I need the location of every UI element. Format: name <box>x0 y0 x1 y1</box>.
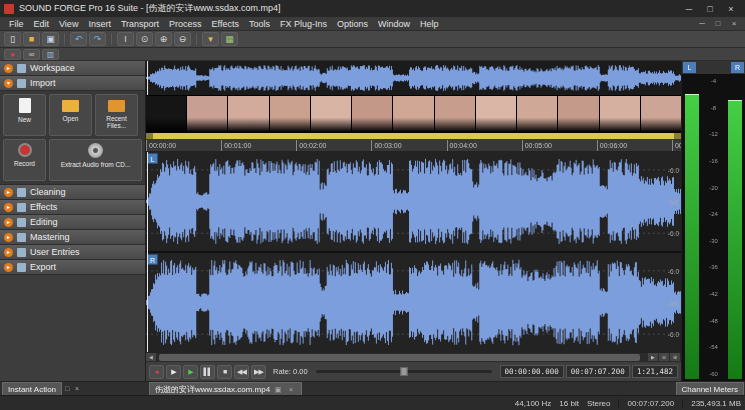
video-thumbnail[interactable] <box>393 96 433 132</box>
menu-help[interactable]: Help <box>415 19 444 29</box>
waveform-canvas-r[interactable] <box>146 253 681 352</box>
menu-edit[interactable]: Edit <box>29 19 55 29</box>
sidebar-restore-icon[interactable]: □ <box>62 382 72 395</box>
menu-insert[interactable]: Insert <box>83 19 116 29</box>
video-thumbnail[interactable] <box>270 96 310 132</box>
waveform-channel-l[interactable]: L-6.0-Inf.-6.0 <box>146 152 681 251</box>
toolbar-zoom-in-button[interactable]: ⊕ <box>155 32 172 46</box>
video-thumbnail[interactable] <box>435 96 475 132</box>
menu-fx-plug-ins[interactable]: FX Plug-Ins <box>275 19 332 29</box>
video-thumbnail[interactable] <box>558 96 598 132</box>
transport-stop-button[interactable]: ■ <box>217 365 232 379</box>
sidebar-close-icon[interactable]: × <box>72 382 82 395</box>
meter-scale-label: -48 <box>709 318 718 324</box>
menu-process[interactable]: Process <box>164 19 207 29</box>
import-new-button[interactable]: New <box>3 94 46 136</box>
transport-record-button[interactable]: ● <box>149 365 164 379</box>
overview-waveform[interactable] <box>146 61 681 95</box>
sidebar-section-workspace[interactable]: ▸Workspace <box>0 61 145 76</box>
toolbar-new-file-button[interactable]: ▯ <box>4 32 21 46</box>
waveform-canvas-l[interactable] <box>146 152 681 251</box>
toolbar-magnify-tool-button[interactable]: ⊙ <box>136 32 153 46</box>
meter-area: -4-8-12-16-20-24-30-36-42-48-54-60 <box>682 74 745 381</box>
video-thumbnail[interactable] <box>476 96 516 132</box>
sidebar-section-user-entries[interactable]: ▸User Entries <box>0 245 145 260</box>
video-thumbnail[interactable] <box>187 96 227 132</box>
toolbar-open-button[interactable]: ■ <box>23 32 40 46</box>
toolbar-undo-button[interactable]: ↶ <box>70 32 87 46</box>
meter-header: L R <box>682 61 745 74</box>
rate-slider[interactable] <box>316 370 492 373</box>
horizontal-scrollbar[interactable]: ◀ ▶ ⊖ ⊕ <box>146 352 681 361</box>
tab-instant-action[interactable]: Instant Action <box>2 382 62 395</box>
doc-minimize-button[interactable]: ─ <box>695 19 709 28</box>
doc-close-button[interactable]: × <box>727 19 741 28</box>
menu-effects[interactable]: Effects <box>207 19 244 29</box>
recent-icon <box>108 100 125 112</box>
menu-file[interactable]: File <box>4 19 29 29</box>
video-thumbnail[interactable] <box>600 96 640 132</box>
scrollbar-thumb[interactable] <box>159 354 640 361</box>
time-ruler[interactable]: 00:00:0000:01:0000:02:0000:03:0000:04:00… <box>146 139 681 152</box>
menu-window[interactable]: Window <box>373 19 415 29</box>
document-pin-icon[interactable]: ▣ <box>273 383 283 396</box>
tab-channel-meters[interactable]: Channel Meters <box>676 382 744 395</box>
import-record-button[interactable]: Record <box>3 139 46 181</box>
sidebar-section-import[interactable]: ▾Import <box>0 76 145 91</box>
transport-play-all-button[interactable]: ▶ <box>166 365 181 379</box>
video-thumbnail[interactable] <box>228 96 268 132</box>
menu-view[interactable]: View <box>54 19 83 29</box>
menu-transport[interactable]: Transport <box>116 19 164 29</box>
menu-tools[interactable]: Tools <box>244 19 275 29</box>
waveform-display[interactable]: L-6.0-Inf.-6.0R-6.0-Inf.-6.0 <box>146 152 681 352</box>
tab-document[interactable]: 伤逝的安详www.ssdax.com.mp4 ▣ × <box>149 382 302 395</box>
import-extract-audio-from-cd-button[interactable]: Extract Audio from CD... <box>49 139 142 181</box>
meter-scale-label: -30 <box>709 238 718 244</box>
transport-pause-button[interactable]: ▌▌ <box>200 365 215 379</box>
scrollbar-track[interactable] <box>157 353 648 362</box>
sidebar-section-cleaning[interactable]: ▸Cleaning <box>0 185 145 200</box>
transport-go-to-start-button[interactable]: ◀◀ <box>234 365 249 379</box>
maximize-button[interactable]: □ <box>700 2 720 16</box>
waveform-channel-r[interactable]: R-6.0-Inf.-6.0 <box>146 253 681 352</box>
section-label: Cleaning <box>30 187 66 197</box>
expand-arrow-icon: ▸ <box>4 64 13 73</box>
toolbar-edit-tool-button[interactable]: I <box>117 32 134 46</box>
transport-go-to-end-button[interactable]: ▶▶ <box>251 365 266 379</box>
menu-options[interactable]: Options <box>332 19 373 29</box>
channel-r-button[interactable]: R <box>147 254 158 265</box>
toolbar-marker-button[interactable]: ▾ <box>202 32 219 46</box>
video-thumbnail[interactable] <box>352 96 392 132</box>
minimize-button[interactable]: ─ <box>679 2 699 16</box>
toolbar-snapshot-button[interactable]: ▦ <box>221 32 238 46</box>
toolbar-save-button[interactable]: ▣ <box>42 32 59 46</box>
toolbar-separator <box>196 33 197 45</box>
video-thumbnail[interactable] <box>146 96 186 132</box>
sidebar-section-export[interactable]: ▸Export <box>0 260 145 275</box>
toolbar-record-button[interactable]: ● <box>4 49 21 60</box>
video-thumbnail[interactable] <box>311 96 351 132</box>
import-recent-files-button[interactable]: Recent Files... <box>95 94 138 136</box>
close-button[interactable]: × <box>721 2 741 16</box>
status-bit-depth: 16 bit <box>559 399 579 408</box>
doc-restore-button[interactable]: □ <box>711 19 725 28</box>
tab-channel-meters-label: Channel Meters <box>682 385 738 394</box>
transport-play-button[interactable]: ▶ <box>183 365 198 379</box>
toolbar-device-setup-button[interactable]: ▥ <box>42 49 59 60</box>
sidebar-section-editing[interactable]: ▸Editing <box>0 215 145 230</box>
toolbar-zoom-out-button[interactable]: ⊖ <box>174 32 191 46</box>
toolbar-loop-playback-button[interactable]: ∞ <box>23 49 40 60</box>
sidebar-section-mastering[interactable]: ▸Mastering <box>0 230 145 245</box>
video-thumbnail[interactable] <box>517 96 557 132</box>
video-thumbnail-strip[interactable] <box>146 95 681 133</box>
rate-slider-thumb[interactable] <box>400 367 407 376</box>
video-thumbnail[interactable] <box>641 96 681 132</box>
import-open-button[interactable]: Open <box>49 94 92 136</box>
channel-l-button[interactable]: L <box>147 153 158 164</box>
toolbar-redo-button[interactable]: ↷ <box>89 32 106 46</box>
document-close-icon[interactable]: × <box>286 383 296 396</box>
meter-scale-label: -36 <box>709 264 718 270</box>
meter-right-button[interactable]: R <box>731 62 744 73</box>
meter-left-button[interactable]: L <box>683 62 696 73</box>
sidebar-section-effects[interactable]: ▸Effects <box>0 200 145 215</box>
